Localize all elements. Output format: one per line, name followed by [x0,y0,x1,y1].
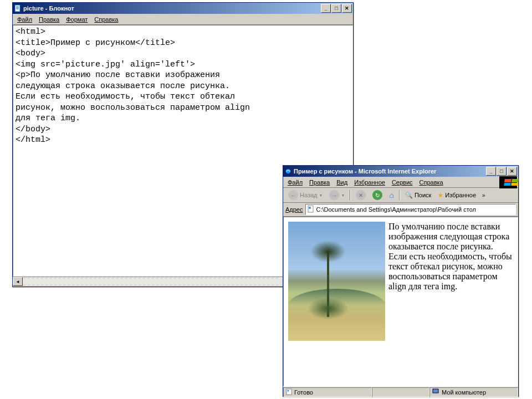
home-button[interactable]: ⌂ [386,189,396,201]
ie-title: Пример с рисунком - Microsoft Internet E… [294,168,486,175]
notepad-menubar: Файл Правка Формат Справка [13,14,353,25]
computer-icon [432,388,440,396]
embedded-image [288,222,385,341]
star-icon: ★ [438,192,443,199]
svg-point-8 [288,390,289,392]
done-icon [286,388,293,396]
forward-arrow-icon: → [329,190,339,200]
ie-menubar: Файл Правка Вид Избранное Сервис Справка [283,177,518,188]
back-button[interactable]: ← Назад ▼ [285,189,325,201]
ie-toolbar: ← Назад ▼ → ▼ ✕ ↻ ⌂ 🔍 Поиск ★ Избранное … [283,188,518,203]
menu-favorites[interactable]: Избранное [351,178,388,187]
menu-help[interactable]: Справка [91,15,121,24]
forward-button[interactable]: → ▼ [326,189,347,201]
search-label: Поиск [415,192,431,198]
svg-rect-7 [287,389,291,395]
svg-rect-9 [433,389,438,393]
page-icon [307,205,315,214]
menu-view[interactable]: Вид [333,178,351,187]
menu-tools[interactable]: Сервис [388,178,416,187]
menu-format[interactable]: Формат [63,15,91,24]
back-label: Назад [300,192,318,198]
svg-point-6 [309,207,311,209]
ie-window: Пример с рисунком - Microsoft Internet E… [283,165,519,397]
menu-help[interactable]: Справка [416,178,447,187]
favorites-button[interactable]: ★ Избранное [435,189,479,201]
maximize-button[interactable]: □ [497,167,507,176]
minimize-button[interactable]: _ [486,167,496,176]
toolbar-overflow-icon[interactable]: » [480,192,488,198]
windows-logo-icon [499,176,517,188]
close-button[interactable]: ✕ [507,167,517,176]
notepad-icon [14,4,22,12]
notepad-titlebar[interactable]: picture - Блокнот _ □ ✕ [13,3,353,14]
zone-panel: Мой компьютер [429,387,518,397]
menu-edit[interactable]: Правка [35,15,63,24]
home-icon: ⌂ [389,191,393,200]
svg-rect-5 [308,206,313,212]
scroll-left-icon[interactable]: ◄ [13,277,23,286]
ie-addressbar: Адрес C:\Documents and Settings\Админист… [283,203,518,217]
refresh-icon: ↻ [372,190,382,200]
back-arrow-icon: ← [288,190,298,200]
body-text: По умолчанию после вставки изображения с… [388,222,512,291]
search-button[interactable]: 🔍 Поиск [402,189,434,201]
refresh-button[interactable]: ↻ [370,189,385,201]
address-value: C:\Documents and Settings\Администратор\… [316,206,476,213]
minimize-button[interactable]: _ [321,4,331,13]
ie-icon [284,167,292,175]
menu-file[interactable]: Файл [284,178,306,187]
close-button[interactable]: ✕ [342,4,352,13]
maximize-button[interactable]: □ [331,4,341,13]
ie-viewport[interactable]: По умолчанию после вставки изображения с… [283,217,518,386]
search-icon: 🔍 [405,192,413,199]
favorites-label: Избранное [445,192,476,198]
address-label: Адрес [285,206,303,213]
ie-statusbar: Готово Мой компьютер [283,386,518,398]
address-input[interactable]: C:\Documents and Settings\Администратор\… [305,204,516,215]
svg-rect-10 [434,393,437,395]
status-panel: Готово [283,387,372,397]
svg-rect-0 [15,5,20,12]
zone-text: Мой компьютер [442,389,486,396]
status-text: Готово [294,389,313,396]
ie-titlebar[interactable]: Пример с рисунком - Microsoft Internet E… [283,166,518,177]
stop-button[interactable]: ✕ [353,189,369,201]
menu-file[interactable]: Файл [14,15,35,24]
menu-edit[interactable]: Правка [306,178,333,187]
stop-icon: ✕ [356,190,366,200]
notepad-title: picture - Блокнот [23,5,321,12]
